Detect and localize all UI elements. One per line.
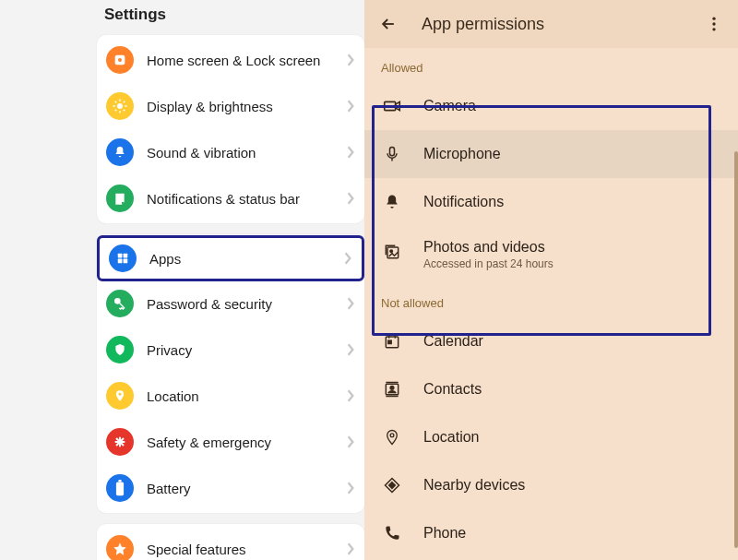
chevron-right-icon [343, 252, 352, 265]
perm-microphone[interactable]: Microphone [364, 130, 738, 178]
perm-label: Contacts [423, 381, 482, 398]
perm-notifications[interactable]: Notifications [364, 178, 738, 226]
sidebar-item-label: Sound & vibration [147, 145, 256, 161]
permissions-pane: App permissions Allowed Camera Microphon… [364, 0, 738, 560]
svg-rect-13 [118, 259, 123, 264]
perm-camera[interactable]: Camera [364, 82, 738, 130]
pin-outline-icon [381, 426, 403, 448]
scrollbar[interactable] [734, 151, 738, 548]
mic-icon [381, 143, 403, 165]
perm-photos[interactable]: Photos and videos Accessed in past 24 ho… [364, 226, 738, 283]
settings-group-3: Special features [97, 524, 364, 560]
sidebar-item-label: Special features [147, 542, 246, 557]
perm-label: Phone [423, 525, 466, 542]
sidebar-item-label: Display & brightness [147, 99, 273, 114]
sidebar-item-label: Safety & emergency [147, 435, 271, 450]
diamond-icon [381, 474, 403, 496]
calendar-icon [381, 330, 403, 352]
svg-point-2 [117, 103, 123, 109]
chevron-right-icon [346, 100, 355, 113]
perm-location[interactable]: Location [364, 413, 738, 461]
svg-line-10 [115, 110, 117, 112]
settings-group-1: Home screen & Lock screen Display & brig… [97, 35, 364, 223]
apps-icon [109, 244, 137, 272]
home-lock-icon [106, 46, 134, 74]
perm-label: Notifications [423, 194, 504, 210]
sidebar-item-label: Password & security [147, 296, 272, 312]
sidebar-item-apps[interactable]: Apps [97, 235, 364, 281]
svg-rect-26 [385, 101, 396, 110]
bell-fill-icon [381, 191, 403, 213]
sidebar-item-special[interactable]: Special features [97, 526, 364, 560]
settings-group-2: Apps Password & security Privacy [97, 234, 364, 513]
photos-icon [381, 241, 403, 263]
sidebar-item-battery[interactable]: Battery [97, 465, 364, 511]
perm-nearby[interactable]: Nearby devices [364, 461, 738, 509]
svg-rect-34 [388, 340, 391, 343]
svg-point-36 [390, 387, 394, 390]
chevron-right-icon [346, 192, 355, 205]
svg-rect-14 [124, 259, 128, 264]
perm-sublabel: Accessed in past 24 hours [423, 257, 554, 270]
settings-pane: Settings Home screen & Lock screen Displ… [0, 0, 364, 560]
perm-label: Photos and videos [423, 239, 554, 256]
perm-calendar[interactable]: Calendar [364, 317, 738, 365]
page-title: App permissions [422, 15, 544, 34]
svg-line-9 [124, 101, 125, 103]
sidebar-item-label: Notifications & status bar [147, 191, 300, 207]
sidebar-item-password[interactable]: Password & security [97, 280, 364, 327]
sidebar-item-safety[interactable]: Safety & emergency [97, 419, 364, 465]
brightness-icon [106, 92, 134, 120]
chevron-right-icon [346, 542, 355, 555]
toolbar: App permissions [364, 0, 738, 48]
star-icon [106, 535, 134, 560]
chevron-right-icon [346, 389, 355, 402]
svg-point-30 [390, 250, 393, 253]
sidebar-item-privacy[interactable]: Privacy [97, 327, 364, 373]
svg-point-39 [390, 434, 394, 437]
chevron-right-icon [346, 54, 355, 66]
note-icon [106, 185, 134, 212]
sidebar-item-label: Location [147, 388, 199, 404]
sidebar-item-label: Battery [147, 481, 191, 496]
pin-icon [106, 382, 134, 410]
sidebar-item-label: Privacy [147, 342, 192, 358]
svg-point-23 [712, 18, 715, 20]
svg-rect-22 [118, 480, 121, 482]
svg-rect-21 [116, 482, 124, 495]
chevron-right-icon [346, 482, 355, 494]
svg-point-24 [712, 22, 715, 25]
not-allowed-header: Not allowed [364, 283, 738, 317]
sidebar-item-label: Home screen & Lock screen [147, 53, 320, 68]
svg-line-8 [124, 110, 125, 112]
svg-line-7 [115, 101, 117, 103]
sidebar-item-notifications[interactable]: Notifications & status bar [97, 175, 364, 221]
perm-contacts[interactable]: Contacts [364, 365, 738, 413]
sidebar-item-display[interactable]: Display & brightness [97, 83, 364, 129]
perm-label: Calendar [423, 333, 483, 350]
back-button[interactable] [377, 13, 399, 35]
key-icon [106, 290, 134, 317]
chevron-right-icon [346, 146, 355, 159]
sidebar-item-label: Apps [149, 251, 181, 267]
more-button[interactable] [703, 13, 725, 35]
svg-rect-27 [390, 148, 395, 156]
svg-point-1 [118, 58, 122, 62]
camera-icon [381, 95, 403, 117]
chevron-right-icon [346, 297, 355, 310]
contacts-icon [381, 378, 403, 400]
bell-icon [106, 138, 134, 166]
permissions-list: Allowed Camera Microphone Notifications … [364, 48, 738, 560]
perm-label: Location [423, 429, 480, 446]
perm-label: Nearby devices [423, 477, 525, 494]
perm-phone[interactable]: Phone [364, 509, 738, 557]
allowed-header: Allowed [364, 48, 738, 82]
sidebar-item-sound[interactable]: Sound & vibration [97, 129, 364, 175]
asterisk-icon [106, 428, 134, 456]
battery-icon [106, 474, 134, 502]
svg-point-25 [712, 28, 715, 30]
sidebar-item-location[interactable]: Location [97, 373, 364, 419]
svg-rect-11 [118, 254, 123, 258]
sidebar-item-home-lock[interactable]: Home screen & Lock screen [97, 37, 364, 83]
chevron-right-icon [346, 435, 355, 448]
